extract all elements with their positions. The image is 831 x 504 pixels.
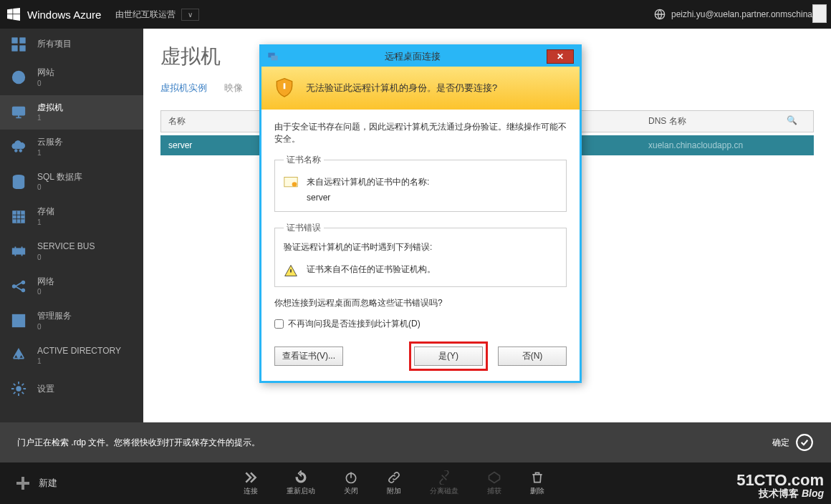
sidebar-item-cloud[interactable]: 云服务1 (0, 130, 143, 165)
trash-icon (530, 470, 544, 485)
restart-icon (294, 470, 308, 485)
rdp-dialog: 远程桌面连接 ✕ 无法验证此远程计算机的身份。是否仍要连接? 由于安全证书存在问… (259, 44, 582, 383)
svg-rect-10 (13, 210, 25, 223)
cert-error-fieldset: 证书错误 验证远程计算机的证书时遇到下列错误: 证书来自不信任的证书验证机构。 (274, 222, 567, 287)
cert-label: 来自远程计算机的证书中的名称: (307, 176, 429, 188)
err-value: 证书来自不信任的证书验证机构。 (307, 263, 436, 276)
notice-text: 门户正在检索 .rdp 文件。您将很快收到打开或保存文件的提示。 (17, 437, 260, 449)
bottombar: 新建 连接 重新启动 关闭 附加 分离磁盘 捕获 删除 (0, 462, 831, 504)
svg-point-23 (292, 182, 297, 187)
power-icon (344, 470, 358, 485)
action-delete[interactable]: 删除 (530, 470, 544, 496)
sidebar-item-websites[interactable]: 网站0 (0, 60, 143, 95)
certificate-icon (284, 176, 298, 189)
sidebar-item-settings[interactable]: 设置 (0, 373, 143, 404)
action-shutdown[interactable]: 关闭 (344, 470, 358, 496)
svg-rect-1 (12, 38, 17, 43)
detach-icon (437, 470, 451, 485)
user-email: peizhi.yu@xuelan.partner.onmschina.cn (671, 9, 824, 19)
connect-icon (244, 470, 258, 485)
svg-point-12 (13, 285, 16, 288)
rdp-icon (267, 51, 279, 62)
svg-point-13 (22, 281, 25, 284)
sidebar-item-servicebus[interactable]: SERVICE BUS0 (0, 234, 143, 269)
sidebar-item-sql[interactable]: SQL 数据库0 (0, 165, 143, 200)
svg-rect-21 (271, 56, 277, 61)
row-dns: xuelan.chinacloudapp.cn (648, 140, 777, 150)
action-connect[interactable]: 连接 (244, 470, 258, 496)
sidebar-item-all[interactable]: 所有项目 (0, 29, 143, 60)
dialog-warning: 无法验证此远程计算机的身份。是否仍要连接? (261, 67, 580, 110)
cert-value: server (307, 193, 429, 203)
globe-icon (654, 9, 666, 20)
notice-ok[interactable]: 确定 (772, 433, 814, 452)
shield-warning-icon (273, 77, 296, 100)
dialog-title: 远程桌面连接 (279, 50, 547, 63)
sidebar-item-mgmt[interactable]: 管理服务0 (0, 304, 143, 339)
svg-rect-4 (20, 46, 25, 51)
th-search[interactable]: 🔍 (777, 115, 806, 127)
new-button[interactable]: 新建 (0, 475, 72, 492)
dialog-question: 你想连接到远程桌面而忽略这些证书错误吗? (274, 297, 567, 309)
sidebar-item-ad[interactable]: ACTIVE DIRECTORY1 (0, 339, 143, 374)
svg-rect-6 (13, 107, 25, 115)
svg-point-17 (16, 387, 21, 392)
svg-point-7 (15, 150, 18, 152)
brand-dropdown[interactable]: ∨ (181, 9, 199, 21)
svg-rect-3 (12, 46, 17, 51)
svg-point-16 (16, 319, 21, 324)
plus-icon (14, 475, 32, 492)
sidebar-item-network[interactable]: 网络0 (0, 269, 143, 304)
user-area[interactable]: peizhi.yu@xuelan.partner.onmschina.cn (654, 9, 824, 20)
dialog-subtext: 由于安全证书存在问题，因此远程计算机无法通过身份验证。继续操作可能不安全。 (274, 121, 567, 145)
action-capture: 捕获 (487, 470, 501, 496)
sidebar-item-vms[interactable]: 虚拟机1 (0, 95, 143, 130)
windows-logo-icon (7, 8, 20, 21)
svg-point-18 (797, 435, 812, 450)
tab-images[interactable]: 映像 (224, 82, 243, 99)
svg-rect-11 (13, 249, 25, 254)
cert-name-fieldset: 证书名称 来自远程计算机的证书中的名称: server (274, 154, 567, 212)
err-label: 验证远程计算机的证书时遇到下列错误: (284, 241, 557, 253)
action-detach: 分离磁盘 (430, 470, 458, 496)
capture-icon (487, 470, 501, 485)
yes-button-highlight: 是(Y) (409, 341, 488, 371)
tab-instances[interactable]: 虚拟机实例 (160, 82, 207, 99)
corner-icon (812, 4, 827, 23)
close-icon: ✕ (557, 52, 564, 62)
topbar: Windows Azure 由世纪互联运营 ∨ peizhi.yu@xuelan… (0, 0, 831, 29)
action-restart[interactable]: 重新启动 (287, 470, 315, 496)
dont-ask-checkbox-row[interactable]: 不再询问我是否连接到此计算机(D) (274, 318, 567, 330)
close-button[interactable]: ✕ (547, 49, 574, 64)
check-circle-icon (795, 433, 814, 452)
no-button[interactable]: 否(N) (498, 346, 567, 366)
dont-ask-checkbox[interactable] (274, 319, 284, 329)
notice-bar: 门户正在检索 .rdp 文件。您将很快收到打开或保存文件的提示。 确定 (0, 422, 831, 462)
warning-triangle-icon (284, 263, 298, 278)
dialog-titlebar[interactable]: 远程桌面连接 ✕ (261, 47, 580, 67)
sidebar-item-storage[interactable]: 存储1 (0, 199, 143, 234)
view-cert-button[interactable]: 查看证书(V)... (274, 346, 343, 366)
svg-point-8 (19, 150, 22, 152)
provider-text: 由世纪互联运营 (115, 9, 176, 21)
svg-rect-2 (20, 38, 25, 43)
action-attach[interactable]: 附加 (387, 470, 401, 496)
attach-icon (387, 470, 401, 485)
warning-text: 无法验证此远程计算机的身份。是否仍要连接? (306, 82, 497, 94)
svg-point-14 (22, 289, 25, 292)
yes-button[interactable]: 是(Y) (414, 346, 483, 366)
sidebar: 所有项目 网站0 虚拟机1 云服务1 SQL 数据库0 存储1 SERVICE … (0, 29, 143, 462)
brand-text: Windows Azure (27, 9, 101, 21)
th-dns: DNS 名称 (648, 115, 777, 127)
